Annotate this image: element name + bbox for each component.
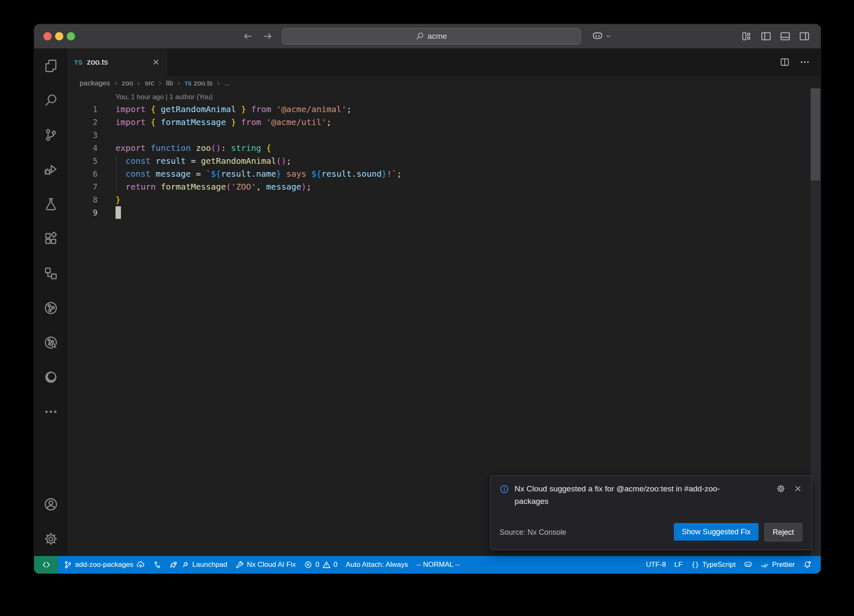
more-icon bbox=[44, 405, 58, 419]
activity-item-search[interactable] bbox=[34, 83, 68, 118]
editor-actions bbox=[780, 48, 810, 76]
error-icon bbox=[304, 561, 312, 569]
status-item-language-mode[interactable]: {}TypeScript bbox=[687, 556, 740, 573]
code-line-6[interactable]: 6 const message = `${result.name} says $… bbox=[68, 168, 821, 180]
wrench-icon bbox=[236, 561, 244, 569]
bell-dot-icon bbox=[803, 561, 811, 569]
git-blame-lens[interactable]: You, 1 hour ago | 1 author (You) bbox=[116, 91, 821, 103]
status-item-vim-mode[interactable]: -- NORMAL -- bbox=[412, 556, 464, 573]
status-item-encoding[interactable]: UTF-8 bbox=[642, 556, 670, 573]
code-line-9[interactable]: 9 bbox=[68, 206, 821, 219]
close-window-button[interactable] bbox=[43, 32, 52, 40]
code-line-2[interactable]: 2import { formatMessage } from '@acme/ut… bbox=[68, 116, 821, 129]
status-item-nx-cloud-ai-fix[interactable]: Nx Cloud AI Fix bbox=[231, 556, 300, 573]
status-item-problems[interactable]: 00 bbox=[300, 556, 342, 573]
code-line-1[interactable]: 1import { getRandomAnimal } from '@acme/… bbox=[68, 103, 821, 116]
tab-label: zoo.ts bbox=[87, 58, 108, 67]
activity-item-nx-graph[interactable] bbox=[34, 290, 68, 325]
hierarchy-icon bbox=[44, 266, 58, 280]
ts-file-icon: TS bbox=[185, 80, 192, 87]
breadcrumb-item--[interactable]: ... bbox=[224, 79, 230, 88]
code-line-3[interactable]: 3 bbox=[68, 129, 821, 142]
back-icon[interactable] bbox=[243, 31, 253, 41]
toggle-sidebar-left-icon[interactable] bbox=[761, 31, 771, 42]
screen: { "colors": { "accent_blue": "#0078d4", … bbox=[0, 0, 854, 616]
close-icon[interactable] bbox=[794, 484, 802, 493]
gear-icon[interactable] bbox=[776, 484, 785, 493]
activity-bar bbox=[34, 48, 68, 556]
close-tab-icon[interactable] bbox=[152, 58, 160, 66]
status-bar: add-zoo-packagesLaunchpadNx Cloud AI Fix… bbox=[34, 556, 821, 573]
git-commit-icon bbox=[153, 561, 161, 569]
toggle-panel-icon[interactable] bbox=[780, 31, 791, 42]
activity-item-explorer[interactable] bbox=[34, 48, 68, 83]
activity-item-account[interactable] bbox=[34, 487, 68, 521]
notification-tools bbox=[776, 484, 802, 493]
more-actions-icon[interactable] bbox=[800, 57, 810, 67]
breadcrumb-item-packages[interactable]: packages bbox=[80, 79, 110, 88]
line-number: 1 bbox=[68, 103, 98, 116]
activity-item-settings[interactable] bbox=[34, 521, 68, 556]
code-line-4[interactable]: 4export function zoo(): string { bbox=[68, 142, 821, 155]
activity-item-run-debug[interactable] bbox=[34, 152, 68, 187]
reject-button[interactable]: Reject bbox=[764, 523, 802, 541]
forward-icon[interactable] bbox=[263, 31, 273, 41]
settings-icon bbox=[44, 532, 58, 546]
code-line-5[interactable]: 5 const result = getRandomAnimal(); bbox=[68, 155, 821, 168]
notification-actions: Show Suggested FixReject bbox=[674, 523, 802, 541]
breadcrumb-item-lib[interactable]: lib bbox=[166, 79, 173, 88]
show-suggested-fix-button[interactable]: Show Suggested Fix bbox=[674, 523, 759, 541]
activity-item-testing[interactable] bbox=[34, 187, 68, 221]
status-item-git-branch[interactable]: add-zoo-packages bbox=[60, 556, 149, 573]
search-icon bbox=[44, 93, 58, 108]
extensions-icon bbox=[44, 232, 58, 246]
activity-item-source-control[interactable] bbox=[34, 118, 68, 152]
layout-controls bbox=[741, 24, 810, 48]
status-item-auto-attach[interactable]: Auto Attach: Always bbox=[342, 556, 412, 573]
breadcrumb-item-zoo-ts[interactable]: TSzoo.ts bbox=[185, 79, 213, 88]
explorer-icon bbox=[44, 59, 58, 73]
activity-item-more[interactable] bbox=[34, 394, 68, 429]
copilot-icon bbox=[744, 561, 752, 569]
indent-guide bbox=[116, 155, 116, 193]
tab-zoo-ts[interactable]: TS zoo.ts bbox=[68, 48, 167, 76]
toggle-sidebar-right-icon[interactable] bbox=[799, 31, 810, 42]
notification-message: Nx Cloud suggested a fix for @acme/zoo:t… bbox=[515, 483, 748, 508]
code-line-8[interactable]: 8} bbox=[68, 193, 821, 206]
account-icon bbox=[44, 497, 58, 511]
activity-item-edge[interactable] bbox=[34, 360, 68, 394]
search-value: acme bbox=[427, 32, 447, 41]
status-item-copilot-status[interactable] bbox=[740, 556, 756, 573]
status-item-commit-graph[interactable] bbox=[149, 556, 166, 573]
line-number: 4 bbox=[68, 142, 98, 155]
code-line-7[interactable]: 7 return formatMessage('ZOO', message); bbox=[68, 180, 821, 193]
status-right: UTF-8LF{}TypeScriptPrettier bbox=[642, 556, 816, 573]
line-number: 7 bbox=[68, 180, 98, 193]
status-item-prettier[interactable]: Prettier bbox=[756, 556, 799, 573]
remote-indicator[interactable] bbox=[34, 556, 58, 573]
activity-item-nx-graph-search[interactable] bbox=[34, 325, 68, 360]
scrollbar-slider[interactable] bbox=[811, 88, 820, 180]
breadcrumb-item-src[interactable]: src bbox=[145, 79, 154, 88]
testing-icon bbox=[44, 197, 58, 211]
line-number: 9 bbox=[68, 206, 98, 219]
edge-icon bbox=[44, 370, 58, 384]
minimize-window-button[interactable] bbox=[55, 32, 63, 40]
chevron-right-icon bbox=[176, 80, 182, 87]
activity-item-hierarchy[interactable] bbox=[34, 256, 68, 290]
status-item-notifications-bell[interactable] bbox=[799, 556, 816, 573]
split-editor-icon[interactable] bbox=[780, 57, 790, 67]
command-center-search[interactable]: acme bbox=[282, 28, 581, 45]
maximize-window-button[interactable] bbox=[67, 32, 75, 40]
status-item-launchpad[interactable]: Launchpad bbox=[166, 556, 231, 573]
vscode-window: acme TS zoo.ts bbox=[34, 24, 821, 573]
double-check-icon bbox=[761, 561, 769, 569]
scrollbar-track[interactable] bbox=[811, 180, 820, 556]
status-item-eol[interactable]: LF bbox=[670, 556, 687, 573]
activity-item-extensions[interactable] bbox=[34, 221, 68, 256]
customize-layout-icon[interactable] bbox=[741, 31, 752, 42]
code-area: 1import { getRandomAnimal } from '@acme/… bbox=[68, 103, 821, 219]
rocket-icon bbox=[170, 561, 178, 569]
breadcrumb-item-zoo[interactable]: zoo bbox=[122, 79, 133, 88]
copilot-menu[interactable] bbox=[592, 24, 612, 48]
